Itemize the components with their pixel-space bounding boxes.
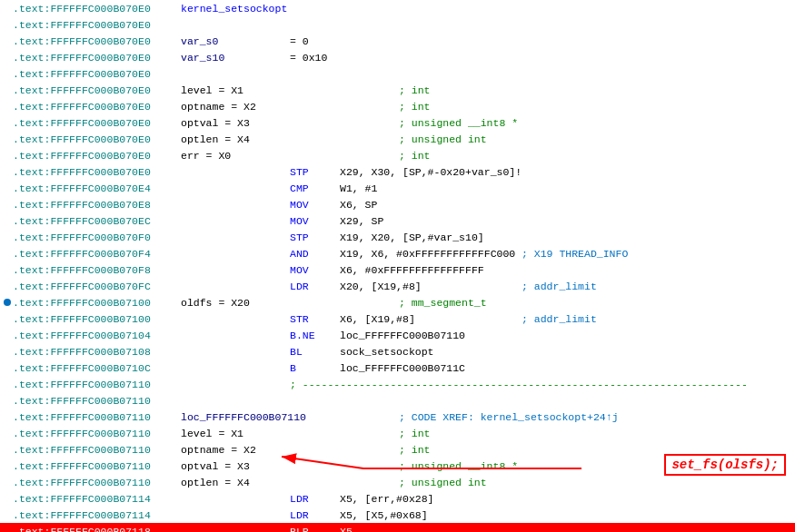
address: .text:FFFFFFC000B070E0 (13, 117, 181, 129)
code-line: .text:FFFFFFC000B070E0optval = X3; unsig… (0, 114, 795, 131)
operands: X19, X20, [SP,#var_s10] (340, 232, 522, 243)
comment: ; unsigned __int8 * (399, 460, 518, 472)
comment: ; int (399, 101, 431, 113)
code-label: oldfs = X20 (181, 297, 399, 309)
mnemonic: AND (290, 248, 340, 260)
comment: ; addr_limit (522, 281, 597, 292)
code-line: .text:FFFFFFC000B070FCLDRX20, [X19,#8]; … (0, 278, 795, 294)
operands: X6, [X19,#8] (340, 313, 522, 325)
code-line: .text:FFFFFFC000B0710CBloc_FFFFFFC000B07… (0, 360, 795, 376)
code-line: .text:FFFFFFC000B07118BLRX5 (0, 523, 795, 532)
comment: ; X19 THREAD_INFO (522, 248, 628, 260)
code-line: .text:FFFFFFC000B070F0STPX19, X20, [SP,#… (0, 229, 795, 245)
code-line: .text:FFFFFFC000B07104B.NEloc_FFFFFFC000… (0, 327, 795, 343)
mnemonic: STP (290, 166, 340, 178)
address: .text:FFFFFFC000B07110 (13, 395, 181, 407)
address: .text:FFFFFFC000B07110 (13, 428, 181, 439)
var-label: var_s10 (181, 52, 290, 64)
code-line: .text:FFFFFFC000B070F8MOVX6, #0xFFFFFFFF… (0, 261, 795, 278)
code-label: level = X1 (181, 428, 399, 439)
comment: ; addr_limit (522, 313, 597, 325)
red-dot (4, 527, 11, 532)
code-line: .text:FFFFFFC000B07114LDRX5, [err,#0x28] (0, 490, 795, 507)
code-label: optname = X2 (181, 444, 399, 456)
operands: X29, SP (340, 215, 522, 227)
operands: sock_setsockopt (340, 346, 522, 358)
mnemonic: BLR (290, 526, 340, 533)
operands: loc_FFFFFFC000B07110 (340, 330, 522, 341)
mnemonic: MOV (290, 199, 340, 211)
address: .text:FFFFFFC000B070FC (13, 281, 181, 292)
address: .text:FFFFFFC000B07114 (13, 493, 181, 505)
annotation-text: set_fs(olsfs); (671, 458, 779, 472)
code-line: .text:FFFFFFC000B07100oldfs = X20; mm_se… (0, 294, 795, 310)
address: .text:FFFFFFC000B07110 (13, 477, 181, 488)
address: .text:FFFFFFC000B070E4 (13, 182, 181, 194)
code-line: .text:FFFFFFC000B070E8MOVX6, SP (0, 196, 795, 212)
mnemonic: B.NE (290, 330, 340, 341)
address: .text:FFFFFFC000B07104 (13, 330, 181, 341)
address: .text:FFFFFFC000B070F0 (13, 232, 181, 243)
code-line: .text:FFFFFFC000B070E0kernel_setsockopt (0, 0, 795, 16)
mnemonic: LDR (290, 493, 340, 505)
address: .text:FFFFFFC000B070E0 (13, 166, 181, 178)
code-line: .text:FFFFFFC000B07110optlen = X4; unsig… (0, 474, 795, 490)
address: .text:FFFFFFC000B07110 (13, 444, 181, 456)
address: .text:FFFFFFC000B07110 (13, 379, 181, 390)
operands: X19, X6, #0xFFFFFFFFFFFFC000 (340, 248, 522, 260)
address: .text:FFFFFFC000B07100 (13, 313, 181, 325)
mnemonic: MOV (290, 264, 340, 276)
code-view: .text:FFFFFFC000B070E0kernel_setsockopt.… (0, 0, 795, 532)
code-label: optname = X2 (181, 101, 399, 113)
code-label: optlen = X4 (181, 477, 399, 488)
address: .text:FFFFFFC000B07114 (13, 509, 181, 521)
var-label: var_s0 (181, 35, 290, 47)
comment: ; int (399, 428, 431, 439)
comment: ; unsigned __int8 * (399, 117, 518, 129)
code-line: .text:FFFFFFC000B070E0var_s0= 0 (0, 33, 795, 49)
code-label: err = X0 (181, 150, 399, 162)
code-line: .text:FFFFFFC000B070E0optname = X2; int (0, 98, 795, 114)
address: .text:FFFFFFC000B07100 (13, 297, 181, 309)
code-line: .text:FFFFFFC000B07110loc_FFFFFFC000B071… (0, 409, 795, 425)
code-line: .text:FFFFFFC000B07110level = X1; int (0, 425, 795, 441)
code-label: level = X1 (181, 84, 399, 96)
code-label: optlen = X4 (181, 133, 399, 145)
address: .text:FFFFFFC000B0710C (13, 362, 181, 374)
var-value: = 0 (290, 35, 363, 47)
code-line: .text:FFFFFFC000B07110; ----------------… (0, 376, 795, 392)
code-line: .text:FFFFFFC000B07108BLsock_setsockopt (0, 343, 795, 360)
code-label: optval = X3 (181, 117, 399, 129)
mnemonic: STR (290, 313, 340, 325)
mnemonic: B (290, 362, 340, 374)
address: .text:FFFFFFC000B07118 (13, 526, 181, 533)
comment: ; mm_segment_t (399, 297, 487, 309)
address: .text:FFFFFFC000B070EC (13, 215, 181, 227)
annotation-box: set_fs(olsfs); (664, 454, 786, 476)
code-line: .text:FFFFFFC000B07110 (0, 392, 795, 409)
operands: X5 (340, 526, 522, 533)
address: .text:FFFFFFC000B070E0 (13, 52, 181, 64)
operands: X6, SP (340, 199, 522, 211)
mnemonic: MOV (290, 215, 340, 227)
address: .text:FFFFFFC000B070E0 (13, 133, 181, 145)
mnemonic: CMP (290, 182, 340, 194)
operands: W1, #1 (340, 182, 522, 194)
operands: loc_FFFFFFC000B0711C (340, 362, 522, 374)
code-line: .text:FFFFFFC000B070E0optlen = X4; unsig… (0, 131, 795, 147)
code-line: .text:FFFFFFC000B070E0 (0, 16, 795, 33)
address: .text:FFFFFFC000B070E0 (13, 101, 181, 113)
code-line: .text:FFFFFFC000B070E0 (0, 65, 795, 82)
address: .text:FFFFFFC000B070E0 (13, 35, 181, 47)
address: .text:FFFFFFC000B070F8 (13, 264, 181, 276)
address: .text:FFFFFFC000B070E0 (13, 3, 181, 15)
operands: X29, X30, [SP,#-0x20+var_s0]! (340, 166, 522, 178)
code-line: .text:FFFFFFC000B070E0STPX29, X30, [SP,#… (0, 163, 795, 180)
mnemonic: LDR (290, 281, 340, 292)
comment: ; unsigned int (399, 477, 487, 488)
code-line: .text:FFFFFFC000B070F4ANDX19, X6, #0xFFF… (0, 245, 795, 261)
comment: ; int (399, 444, 431, 456)
address: .text:FFFFFFC000B070F4 (13, 248, 181, 260)
address: .text:FFFFFFC000B07110 (13, 411, 181, 423)
comment: ; int (399, 150, 431, 162)
